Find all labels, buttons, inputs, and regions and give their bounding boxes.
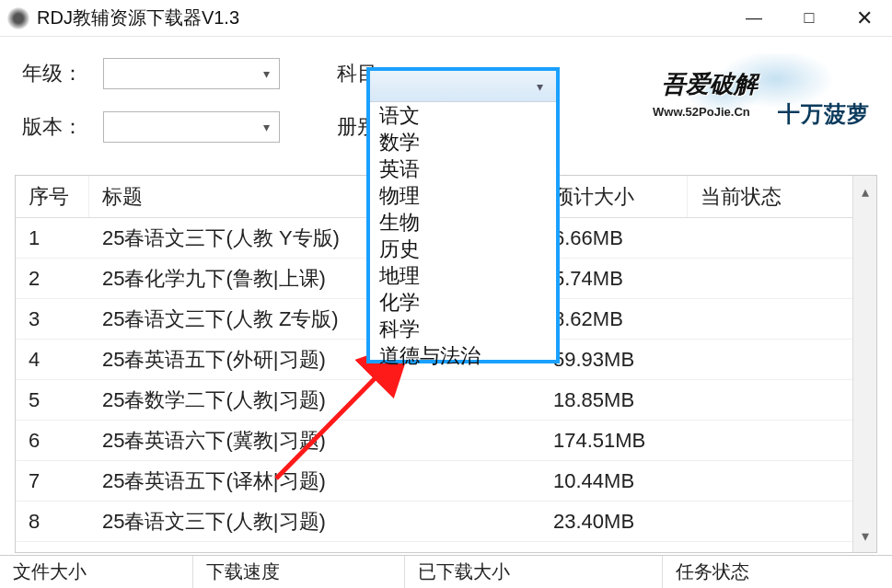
brand-url: Www.52PoJie.Cn [653, 105, 750, 119]
th-idx[interactable]: 序号 [16, 176, 89, 217]
cell-size: 174.51MB [540, 429, 688, 453]
status-speed: 下载速度 [193, 556, 405, 588]
status-bar: 文件大小 下载速度 已下载大小 任务状态 [0, 555, 892, 588]
scroll-up-icon[interactable]: ▴ [862, 183, 869, 201]
th-status[interactable]: 当前状态 [688, 176, 876, 217]
maximize-button[interactable]: □ [782, 0, 837, 37]
brand-logo: 吾爱破解 Www.52PoJie.Cn 十万菠萝 [625, 53, 864, 155]
cell-idx: 7 [16, 469, 89, 493]
cell-title: 25春英语六下(冀教|习题) [89, 427, 540, 455]
scroll-down-icon[interactable]: ▾ [862, 527, 869, 545]
subject-select[interactable]: ▾ 语文数学英语物理生物历史地理化学科学道德与法治 [366, 67, 560, 363]
chevron-down-icon: ▾ [263, 66, 270, 81]
cell-size: 8.62MB [540, 307, 688, 331]
subject-option[interactable]: 化学 [370, 289, 556, 316]
cell-size: 6.66MB [540, 226, 688, 250]
subject-option[interactable]: 物理 [370, 182, 556, 209]
grade-label: 年级： [22, 60, 90, 87]
cell-title: 25春英语五下(译林|习题) [89, 467, 540, 495]
subject-options-list: 语文数学英语物理生物历史地理化学科学道德与法治 [370, 102, 556, 360]
cell-size: 5.74MB [540, 267, 688, 291]
titlebar: RDJ教辅资源下载器V1.3 ― □ ✕ [0, 0, 892, 37]
vertical-scrollbar[interactable]: ▴ ▾ [852, 176, 876, 552]
chevron-down-icon: ▾ [263, 120, 270, 134]
table-row[interactable]: 725春英语五下(译林|习题)10.44MB [16, 461, 876, 502]
cell-size: 18.85MB [540, 388, 688, 412]
status-downloaded: 已下载大小 [405, 556, 663, 588]
cell-idx: 5 [16, 388, 89, 412]
brand-author: 十万菠萝 [778, 99, 870, 129]
status-taskstatus: 任务状态 [663, 556, 892, 588]
status-filesize: 文件大小 [0, 556, 193, 588]
cell-size: 10.44MB [540, 469, 688, 493]
cell-idx: 3 [16, 307, 89, 331]
table-row[interactable]: 525春数学二下(人教|习题)18.85MB [16, 380, 876, 421]
subject-option[interactable]: 数学 [370, 129, 556, 156]
cell-idx: 8 [16, 510, 89, 534]
subject-option[interactable]: 生物 [370, 209, 556, 236]
table-row[interactable]: 825春语文三下(人教|习题)23.40MB [16, 502, 876, 542]
th-size[interactable]: 预计大小 [540, 176, 688, 217]
cell-idx: 2 [16, 267, 89, 291]
brand-name: 吾爱破解 [662, 68, 758, 100]
cell-idx: 6 [16, 429, 89, 453]
version-label: 版本： [22, 113, 90, 141]
subject-option[interactable]: 地理 [370, 262, 556, 289]
subject-option[interactable]: 英语 [370, 156, 556, 182]
window-controls: ― □ ✕ [726, 0, 892, 37]
cell-size: 59.93MB [540, 348, 688, 372]
subject-option[interactable]: 语文 [370, 102, 556, 129]
window-title: RDJ教辅资源下载器V1.3 [37, 6, 726, 30]
cell-size: 23.40MB [540, 510, 688, 534]
subject-select-box[interactable]: ▾ [370, 71, 556, 102]
table-row[interactable]: 625春英语六下(冀教|习题)174.51MB [16, 421, 876, 461]
grade-select[interactable]: ▾ [103, 58, 280, 89]
app-icon [7, 7, 29, 29]
cell-idx: 4 [16, 348, 89, 372]
cell-idx: 1 [16, 226, 89, 250]
subject-option[interactable]: 科学 [370, 316, 556, 342]
close-button[interactable]: ✕ [837, 0, 892, 37]
subject-option[interactable]: 历史 [370, 236, 556, 262]
version-select[interactable]: ▾ [103, 111, 280, 143]
cell-title: 25春语文三下(人教|习题) [89, 508, 540, 536]
minimize-button[interactable]: ― [726, 0, 782, 37]
cell-title: 25春数学二下(人教|习题) [89, 386, 540, 414]
subject-option[interactable]: 道德与法治 [370, 342, 556, 369]
chevron-down-icon: ▾ [537, 79, 543, 94]
